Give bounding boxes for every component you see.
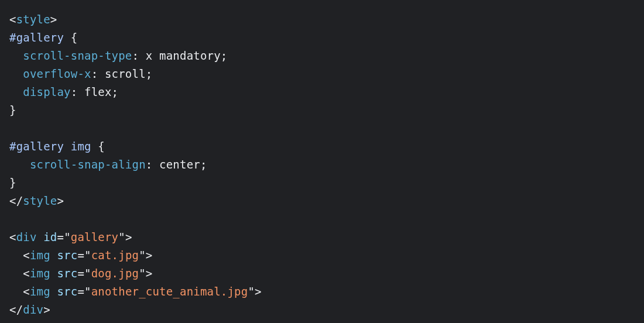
quote: " xyxy=(118,231,125,243)
angle-open: < xyxy=(9,231,16,243)
quote: " xyxy=(139,267,146,280)
angle-close: > xyxy=(255,285,262,298)
angle-open: < xyxy=(23,267,30,280)
css-value: center xyxy=(159,158,200,171)
semicolon: ; xyxy=(146,67,153,80)
tag-div-open: div xyxy=(16,231,37,243)
angle-open: < xyxy=(9,13,16,26)
indent xyxy=(9,249,23,262)
quote: " xyxy=(84,285,91,298)
angle-close: > xyxy=(146,249,153,262)
css-prop: scroll-snap-type xyxy=(23,49,132,62)
quote: " xyxy=(84,267,91,280)
attr-src: src xyxy=(57,267,77,280)
angle-open: </ xyxy=(9,303,23,316)
indent xyxy=(9,158,30,171)
css-prop: overflow-x xyxy=(23,67,91,80)
css-value: x mandatory xyxy=(146,49,221,62)
quote: " xyxy=(84,249,91,262)
indent xyxy=(9,267,23,280)
css-selector: #gallery img xyxy=(9,140,91,153)
equals: = xyxy=(57,231,64,243)
tag-img: img xyxy=(30,249,50,262)
colon: : xyxy=(91,67,105,80)
angle-close: > xyxy=(50,13,57,26)
equals: = xyxy=(77,267,84,280)
angle-close: > xyxy=(146,267,153,280)
tag-style-open: style xyxy=(16,13,50,26)
indent xyxy=(9,85,23,98)
css-value: flex xyxy=(84,85,112,98)
tag-div-close: div xyxy=(23,303,43,316)
semicolon: ; xyxy=(200,158,207,171)
tag-style-close: style xyxy=(23,194,57,207)
indent xyxy=(9,67,23,80)
tag-img: img xyxy=(30,267,50,280)
attr-id: id xyxy=(43,231,57,243)
quote: " xyxy=(139,249,146,262)
css-selector: #gallery xyxy=(9,31,64,44)
indent xyxy=(9,285,23,298)
brace-close: } xyxy=(9,176,16,189)
css-value: scroll xyxy=(105,67,146,80)
semicolon: ; xyxy=(221,49,228,62)
quote: " xyxy=(248,285,255,298)
attr-src: src xyxy=(57,249,77,262)
string-animal: another_cute_animal.jpg xyxy=(91,285,248,298)
space-brace: { xyxy=(64,31,77,44)
semicolon: ; xyxy=(112,85,119,98)
angle-open: < xyxy=(23,249,30,262)
code-block: <style> #gallery { scroll-snap-type: x m… xyxy=(0,0,644,323)
equals: = xyxy=(77,249,84,262)
angle-open: </ xyxy=(9,194,23,207)
indent xyxy=(9,49,23,62)
angle-close: > xyxy=(43,303,50,316)
colon: : xyxy=(71,85,84,98)
string-dog: dog.jpg xyxy=(91,267,139,280)
quote: " xyxy=(64,231,71,243)
css-prop: display xyxy=(23,85,70,98)
colon: : xyxy=(146,158,159,171)
angle-close: > xyxy=(57,194,64,207)
colon: : xyxy=(132,49,146,62)
angle-open: < xyxy=(23,285,30,298)
angle-close: > xyxy=(125,231,132,243)
space-brace: { xyxy=(91,140,105,153)
string-cat: cat.jpg xyxy=(91,249,139,262)
string-gallery: gallery xyxy=(71,231,118,243)
css-prop: scroll-snap-align xyxy=(30,158,146,171)
tag-img: img xyxy=(30,285,50,298)
equals: = xyxy=(77,285,84,298)
attr-src: src xyxy=(57,285,77,298)
brace-close: } xyxy=(9,104,16,116)
